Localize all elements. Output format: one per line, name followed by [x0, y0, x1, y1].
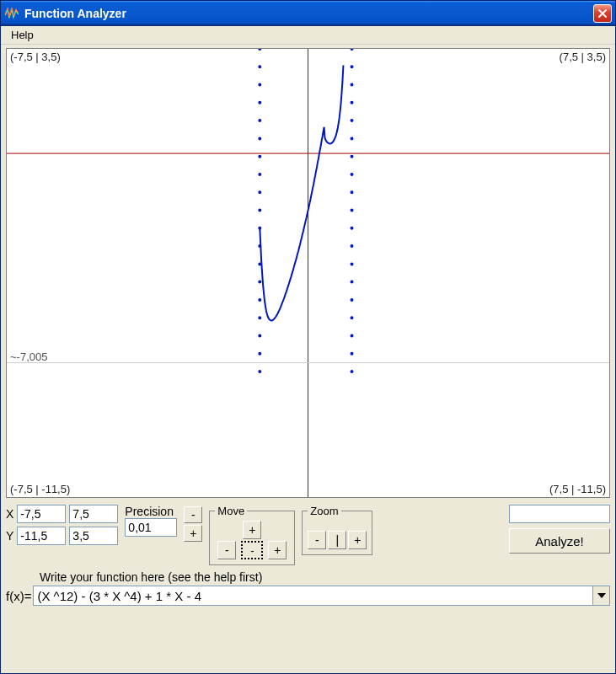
move-down-button[interactable]: -: [241, 541, 263, 559]
window-title: Function Analyzer: [24, 7, 593, 20]
svg-point-35: [351, 281, 353, 283]
x-min-input[interactable]: [17, 505, 66, 523]
svg-point-6: [259, 102, 260, 104]
zoom-reset-button[interactable]: |: [328, 531, 346, 549]
corner-top-left: (-7,5 | 3,5): [10, 51, 61, 63]
svg-point-27: [351, 137, 353, 139]
corner-bottom-right: (7,5 | -11,5): [549, 483, 606, 495]
zoom-out-button[interactable]: -: [308, 531, 326, 549]
svg-point-22: [351, 49, 353, 50]
svg-point-10: [259, 174, 260, 175]
result-field[interactable]: [509, 505, 610, 523]
fx-label: f(x)=: [6, 589, 31, 603]
svg-point-31: [351, 210, 353, 211]
annotation-label: ~-7,005: [10, 350, 47, 363]
plot-canvas: [7, 49, 609, 497]
function-input[interactable]: [34, 586, 592, 605]
zoom-group: Zoom - | +: [302, 505, 372, 555]
function-hint: Write your function here (see the help f…: [40, 570, 610, 584]
svg-point-33: [351, 245, 353, 247]
svg-point-40: [351, 371, 353, 372]
svg-point-20: [259, 353, 260, 355]
svg-point-18: [259, 317, 260, 318]
svg-point-32: [351, 227, 353, 229]
svg-point-28: [351, 156, 353, 158]
svg-point-3: [259, 49, 260, 50]
svg-point-26: [351, 120, 353, 121]
y-max-input[interactable]: [69, 527, 118, 545]
svg-point-7: [259, 120, 260, 121]
svg-point-39: [351, 353, 353, 355]
precision-minus-button[interactable]: -: [184, 506, 202, 523]
menubar: Help: [1, 26, 615, 45]
svg-point-29: [351, 174, 353, 175]
precision-input[interactable]: [125, 518, 177, 537]
function-dropdown-button[interactable]: [592, 586, 609, 605]
analyze-button[interactable]: Analyze!: [509, 528, 610, 554]
precision-group: Precision: [125, 505, 177, 537]
y-label: Y: [6, 529, 13, 543]
svg-point-19: [259, 335, 260, 337]
svg-point-25: [351, 102, 353, 104]
svg-point-8: [259, 137, 260, 139]
svg-point-15: [259, 263, 260, 265]
controls-row: X Y Precision - + Move + - -: [6, 505, 610, 565]
close-button[interactable]: [593, 4, 612, 23]
svg-point-16: [259, 281, 260, 283]
right-column: Analyze!: [509, 505, 610, 554]
app-icon: [4, 6, 19, 21]
x-label: X: [6, 507, 13, 521]
titlebar[interactable]: Function Analyzer: [1, 1, 615, 26]
chevron-down-icon: [597, 593, 606, 598]
svg-point-14: [259, 245, 260, 247]
corner-bottom-left: (-7,5 | -11,5): [10, 483, 70, 495]
precision-label: Precision: [125, 505, 177, 518]
plot-area[interactable]: (-7,5 | 3,5) (7,5 | 3,5) (-7,5 | -11,5) …: [6, 48, 610, 498]
zoom-legend: Zoom: [308, 505, 340, 517]
y-min-input[interactable]: [17, 527, 66, 545]
corner-top-right: (7,5 | 3,5): [560, 51, 606, 63]
move-right-button[interactable]: +: [268, 541, 287, 559]
svg-point-34: [351, 263, 353, 265]
function-combo[interactable]: [33, 586, 610, 606]
precision-pm: - +: [184, 506, 202, 542]
svg-point-38: [351, 335, 353, 337]
svg-point-4: [259, 66, 260, 67]
svg-point-23: [351, 66, 353, 67]
move-left-button[interactable]: -: [217, 541, 236, 559]
client-area: (-7,5 | 3,5) (7,5 | 3,5) (-7,5 | -11,5) …: [1, 45, 615, 673]
svg-point-30: [351, 191, 353, 193]
svg-point-13: [259, 227, 260, 229]
zoom-in-button[interactable]: +: [348, 531, 367, 549]
svg-point-37: [351, 317, 353, 318]
svg-point-9: [259, 156, 260, 158]
menu-help[interactable]: Help: [6, 27, 39, 43]
svg-point-36: [351, 299, 353, 301]
range-grid: X Y: [6, 505, 118, 545]
svg-point-17: [259, 299, 260, 301]
svg-point-5: [259, 84, 260, 86]
move-up-button[interactable]: +: [243, 521, 261, 539]
function-row: Write your function here (see the help f…: [6, 570, 610, 606]
x-max-input[interactable]: [69, 505, 118, 523]
svg-point-11: [259, 191, 260, 193]
svg-point-24: [351, 84, 353, 86]
move-legend: Move: [215, 505, 247, 517]
svg-point-21: [259, 371, 260, 372]
move-group: Move + - - +: [209, 505, 295, 565]
precision-plus-button[interactable]: +: [184, 525, 202, 542]
app-window: Function Analyzer Help (-7,5 | 3,5) (7,5…: [0, 0, 616, 674]
svg-point-12: [259, 210, 260, 211]
